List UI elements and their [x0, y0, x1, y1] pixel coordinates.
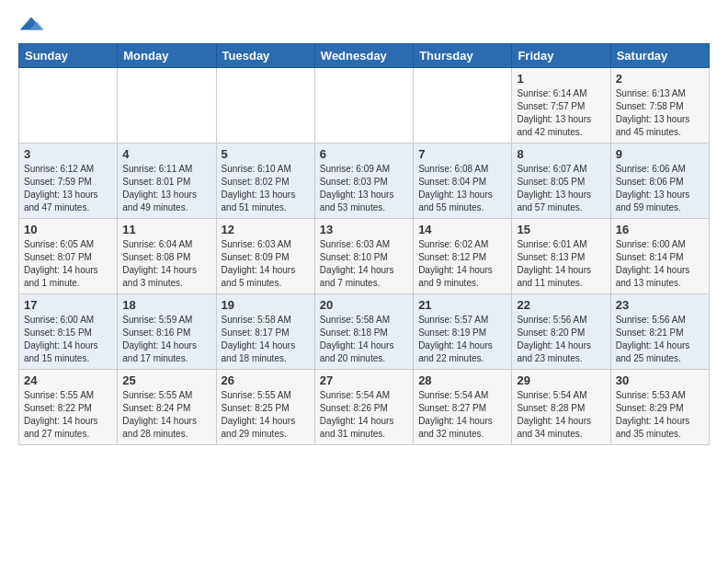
column-header-sunday: Sunday: [19, 44, 118, 68]
cell-text: Sunrise: 6:00 AM Sunset: 8:15 PM Dayligh…: [24, 314, 112, 365]
cell-text: Sunrise: 6:08 AM Sunset: 8:04 PM Dayligh…: [418, 163, 506, 214]
calendar-cell: 13Sunrise: 6:03 AM Sunset: 8:10 PM Dayli…: [314, 219, 413, 294]
cell-text: Sunrise: 6:10 AM Sunset: 8:02 PM Dayligh…: [222, 163, 310, 214]
column-header-monday: Monday: [118, 44, 216, 68]
day-number: 10: [24, 223, 112, 236]
cell-text: Sunrise: 6:02 AM Sunset: 8:12 PM Dayligh…: [418, 238, 506, 290]
day-number: 8: [517, 147, 605, 161]
calendar-cell: 22Sunrise: 5:56 AM Sunset: 8:20 PM Dayli…: [512, 294, 610, 370]
cell-text: Sunrise: 6:13 AM Sunset: 7:58 PM Dayligh…: [616, 87, 704, 139]
calendar-cell: 1Sunrise: 6:14 AM Sunset: 7:57 PM Daylig…: [512, 68, 610, 144]
cell-text: Sunrise: 6:11 AM Sunset: 8:01 PM Dayligh…: [122, 163, 210, 214]
day-number: 28: [418, 373, 506, 387]
day-number: 5: [222, 147, 310, 161]
cell-text: Sunrise: 5:56 AM Sunset: 8:21 PM Dayligh…: [616, 314, 704, 365]
calendar-cell: 9Sunrise: 6:06 AM Sunset: 8:06 PM Daylig…: [610, 144, 709, 219]
column-header-saturday: Saturday: [610, 44, 709, 68]
calendar-cell: 5Sunrise: 6:10 AM Sunset: 8:02 PM Daylig…: [216, 144, 314, 219]
calendar-cell: [19, 68, 118, 144]
calendar-cell: [118, 68, 216, 144]
cell-text: Sunrise: 5:55 AM Sunset: 8:25 PM Dayligh…: [222, 389, 310, 441]
calendar-cell: 4Sunrise: 6:11 AM Sunset: 8:01 PM Daylig…: [118, 144, 216, 219]
cell-text: Sunrise: 5:54 AM Sunset: 8:26 PM Dayligh…: [320, 389, 408, 441]
column-header-thursday: Thursday: [414, 44, 512, 68]
calendar-cell: 11Sunrise: 6:04 AM Sunset: 8:08 PM Dayli…: [118, 219, 216, 294]
calendar-cell: 10Sunrise: 6:05 AM Sunset: 8:07 PM Dayli…: [19, 219, 118, 294]
calendar-week-row: 24Sunrise: 5:55 AM Sunset: 8:22 PM Dayli…: [19, 370, 710, 445]
cell-text: Sunrise: 6:06 AM Sunset: 8:06 PM Dayligh…: [616, 163, 704, 214]
day-number: 24: [24, 373, 112, 387]
cell-text: Sunrise: 6:00 AM Sunset: 8:14 PM Dayligh…: [616, 238, 704, 290]
day-number: 22: [517, 298, 605, 312]
day-number: 14: [418, 223, 506, 236]
day-number: 30: [616, 373, 704, 387]
day-number: 15: [517, 223, 605, 236]
cell-text: Sunrise: 6:03 AM Sunset: 8:09 PM Dayligh…: [222, 238, 310, 290]
calendar-cell: 3Sunrise: 6:12 AM Sunset: 7:59 PM Daylig…: [19, 144, 118, 219]
day-number: 21: [418, 298, 506, 312]
calendar-cell: [216, 68, 314, 144]
calendar-week-row: 1Sunrise: 6:14 AM Sunset: 7:57 PM Daylig…: [19, 68, 710, 144]
cell-text: Sunrise: 6:03 AM Sunset: 8:10 PM Dayligh…: [320, 238, 408, 290]
column-header-wednesday: Wednesday: [314, 44, 413, 68]
day-number: 7: [418, 147, 506, 161]
calendar-cell: 8Sunrise: 6:07 AM Sunset: 8:05 PM Daylig…: [512, 144, 610, 219]
calendar-cell: 28Sunrise: 5:54 AM Sunset: 8:27 PM Dayli…: [414, 370, 512, 445]
cell-text: Sunrise: 6:04 AM Sunset: 8:08 PM Dayligh…: [122, 238, 210, 290]
calendar-cell: 20Sunrise: 5:58 AM Sunset: 8:18 PM Dayli…: [314, 294, 413, 370]
day-number: 6: [320, 147, 408, 161]
cell-text: Sunrise: 6:12 AM Sunset: 7:59 PM Dayligh…: [24, 163, 112, 214]
day-number: 9: [616, 147, 704, 161]
day-number: 3: [24, 147, 112, 161]
calendar-cell: 7Sunrise: 6:08 AM Sunset: 8:04 PM Daylig…: [414, 144, 512, 219]
day-number: 17: [24, 298, 112, 312]
cell-text: Sunrise: 5:56 AM Sunset: 8:20 PM Dayligh…: [517, 314, 605, 365]
cell-text: Sunrise: 5:54 AM Sunset: 8:28 PM Dayligh…: [517, 389, 605, 441]
day-number: 1: [517, 72, 605, 86]
cell-text: Sunrise: 5:55 AM Sunset: 8:22 PM Dayligh…: [24, 389, 112, 441]
day-number: 13: [320, 223, 408, 236]
calendar-week-row: 10Sunrise: 6:05 AM Sunset: 8:07 PM Dayli…: [19, 219, 710, 294]
cell-text: Sunrise: 6:05 AM Sunset: 8:07 PM Dayligh…: [24, 238, 112, 290]
day-number: 26: [222, 373, 310, 387]
day-number: 23: [616, 298, 704, 312]
column-header-friday: Friday: [512, 44, 610, 68]
day-number: 16: [616, 223, 704, 236]
cell-text: Sunrise: 6:01 AM Sunset: 8:13 PM Dayligh…: [517, 238, 605, 290]
calendar-cell: 14Sunrise: 6:02 AM Sunset: 8:12 PM Dayli…: [414, 219, 512, 294]
day-number: 4: [122, 147, 210, 161]
logo: [18, 15, 46, 34]
calendar-cell: 19Sunrise: 5:58 AM Sunset: 8:17 PM Dayli…: [216, 294, 314, 370]
calendar-cell: 29Sunrise: 5:54 AM Sunset: 8:28 PM Dayli…: [512, 370, 610, 445]
cell-text: Sunrise: 5:57 AM Sunset: 8:19 PM Dayligh…: [418, 314, 506, 365]
cell-text: Sunrise: 6:07 AM Sunset: 8:05 PM Dayligh…: [517, 163, 605, 214]
calendar-cell: 2Sunrise: 6:13 AM Sunset: 7:58 PM Daylig…: [610, 68, 709, 144]
day-number: 12: [222, 223, 310, 236]
calendar-cell: [314, 68, 413, 144]
calendar-cell: 17Sunrise: 6:00 AM Sunset: 8:15 PM Dayli…: [19, 294, 118, 370]
cell-text: Sunrise: 5:53 AM Sunset: 8:29 PM Dayligh…: [616, 389, 704, 441]
calendar-cell: 18Sunrise: 5:59 AM Sunset: 8:16 PM Dayli…: [118, 294, 216, 370]
cell-text: Sunrise: 6:09 AM Sunset: 8:03 PM Dayligh…: [320, 163, 408, 214]
calendar-cell: 26Sunrise: 5:55 AM Sunset: 8:25 PM Dayli…: [216, 370, 314, 445]
day-number: 20: [320, 298, 408, 312]
page-header: [18, 15, 710, 34]
day-number: 29: [517, 373, 605, 387]
cell-text: Sunrise: 5:54 AM Sunset: 8:27 PM Dayligh…: [418, 389, 506, 441]
cell-text: Sunrise: 5:58 AM Sunset: 8:17 PM Dayligh…: [222, 314, 310, 365]
logo-icon: [18, 16, 44, 34]
cell-text: Sunrise: 5:55 AM Sunset: 8:24 PM Dayligh…: [122, 389, 210, 441]
calendar-cell: 25Sunrise: 5:55 AM Sunset: 8:24 PM Dayli…: [118, 370, 216, 445]
calendar-header: SundayMondayTuesdayWednesdayThursdayFrid…: [19, 44, 710, 68]
calendar-cell: 27Sunrise: 5:54 AM Sunset: 8:26 PM Dayli…: [314, 370, 413, 445]
calendar-cell: 21Sunrise: 5:57 AM Sunset: 8:19 PM Dayli…: [414, 294, 512, 370]
cell-text: Sunrise: 5:59 AM Sunset: 8:16 PM Dayligh…: [122, 314, 210, 365]
day-number: 27: [320, 373, 408, 387]
day-number: 11: [122, 223, 210, 236]
cell-text: Sunrise: 5:58 AM Sunset: 8:18 PM Dayligh…: [320, 314, 408, 365]
calendar-cell: 16Sunrise: 6:00 AM Sunset: 8:14 PM Dayli…: [610, 219, 709, 294]
calendar-cell: [414, 68, 512, 144]
calendar-cell: 12Sunrise: 6:03 AM Sunset: 8:09 PM Dayli…: [216, 219, 314, 294]
calendar-cell: 30Sunrise: 5:53 AM Sunset: 8:29 PM Dayli…: [610, 370, 709, 445]
column-header-tuesday: Tuesday: [216, 44, 314, 68]
